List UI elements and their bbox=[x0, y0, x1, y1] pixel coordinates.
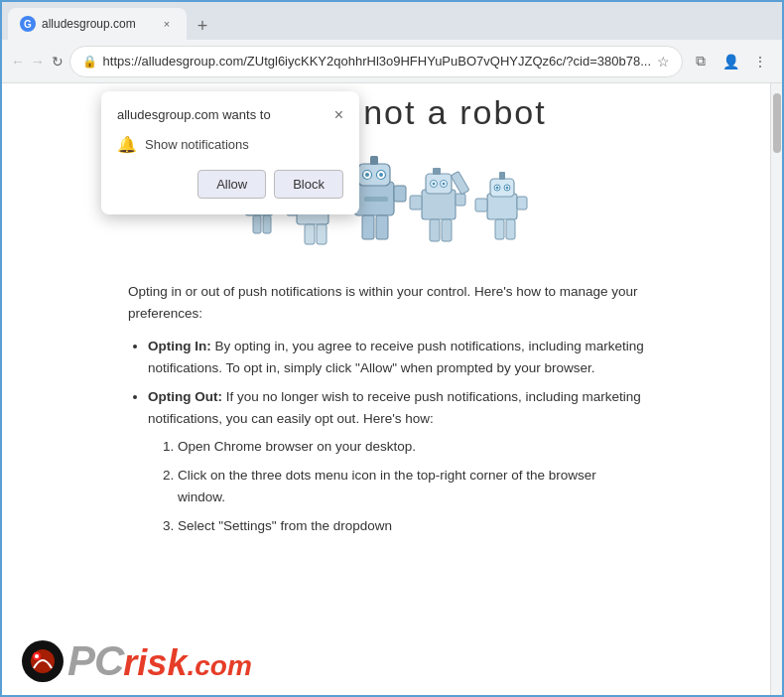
svg-rect-54 bbox=[517, 197, 527, 209]
svg-rect-28 bbox=[376, 215, 388, 239]
text-section: Opting in or out of push notifications i… bbox=[128, 281, 644, 537]
pcrisk-risk-text: risk bbox=[123, 642, 187, 684]
new-tab-button[interactable]: + bbox=[189, 12, 216, 40]
pcrisk-icon-svg bbox=[24, 642, 62, 680]
toolbar: ← → ↻ 🔒 https://alludesgroup.com/ZUtgl6i… bbox=[2, 40, 782, 83]
bullet-item-2: Opting Out: If you no longer wish to rec… bbox=[148, 386, 644, 537]
notification-popup: alludesgroup.com wants to × 🔔 Show notif… bbox=[101, 91, 359, 214]
svg-rect-4 bbox=[253, 215, 261, 233]
svg-point-37 bbox=[433, 183, 436, 186]
svg-rect-39 bbox=[430, 219, 440, 241]
tab-favicon: G bbox=[20, 16, 36, 32]
pcrisk-logo: PC risk .com bbox=[22, 637, 252, 685]
svg-point-38 bbox=[443, 183, 446, 186]
svg-rect-27 bbox=[362, 215, 374, 239]
svg-rect-42 bbox=[456, 194, 465, 206]
svg-rect-16 bbox=[317, 224, 327, 244]
lock-icon: 🔒 bbox=[82, 55, 97, 69]
back-button[interactable]: ← bbox=[10, 48, 26, 75]
step-2: Click on the three dots menu icon in the… bbox=[178, 465, 644, 507]
popup-title: alludesgroup.com wants to bbox=[117, 107, 271, 122]
svg-rect-55 bbox=[499, 172, 505, 180]
intro-paragraph: Opting in or out of push notifications i… bbox=[128, 281, 644, 324]
bullet2-text: If you no longer wish to receive push no… bbox=[148, 389, 641, 426]
step-3: Select "Settings" from the dropdown bbox=[178, 515, 644, 537]
svg-rect-45 bbox=[487, 194, 517, 219]
svg-rect-51 bbox=[495, 219, 504, 239]
reload-button[interactable]: ↻ bbox=[50, 48, 65, 75]
svg-rect-30 bbox=[394, 186, 406, 202]
pcrisk-icon bbox=[22, 640, 64, 682]
bullet1-text: By opting in, you agree to receive push … bbox=[148, 339, 644, 375]
browser-tab[interactable]: G alludesgroup.com × bbox=[8, 8, 187, 40]
toolbar-actions: ⧉ 👤 ⋮ bbox=[687, 48, 774, 75]
steps-list: Open Chrome browser on your desktop. Cli… bbox=[178, 436, 644, 537]
bell-icon: 🔔 bbox=[117, 135, 137, 154]
svg-point-26 bbox=[379, 173, 383, 177]
svg-rect-52 bbox=[506, 219, 515, 239]
page-area: alludesgroup.com wants to × 🔔 Show notif… bbox=[2, 83, 782, 695]
popup-header: alludesgroup.com wants to × bbox=[117, 107, 343, 123]
profile-button[interactable]: 👤 bbox=[717, 48, 744, 75]
popup-permission: 🔔 Show notifications bbox=[117, 135, 343, 154]
popup-buttons: Allow Block bbox=[117, 170, 343, 199]
bullet1-title: Opting In: bbox=[148, 339, 211, 353]
svg-rect-41 bbox=[410, 196, 422, 209]
svg-rect-40 bbox=[442, 219, 452, 241]
svg-point-50 bbox=[506, 187, 509, 190]
browser-window: G alludesgroup.com × + ← → ↻ 🔒 https://a… bbox=[0, 0, 784, 697]
svg-rect-44 bbox=[433, 168, 441, 175]
tab-title: alludesgroup.com bbox=[42, 17, 153, 31]
svg-point-25 bbox=[365, 173, 369, 177]
pcrisk-pc-text: PC bbox=[67, 637, 123, 685]
tab-close-button[interactable]: × bbox=[159, 16, 175, 32]
block-button[interactable]: Block bbox=[274, 170, 343, 199]
forward-button[interactable]: → bbox=[30, 48, 46, 75]
svg-point-59 bbox=[35, 654, 39, 658]
popup-permission-text: Show notifications bbox=[145, 137, 249, 152]
svg-rect-31 bbox=[370, 156, 378, 165]
bookmark-icon[interactable]: ☆ bbox=[657, 54, 670, 70]
pcrisk-wordmark: PC risk .com bbox=[67, 637, 252, 685]
bullet-item-1: Opting In: By opting in, you agree to re… bbox=[148, 336, 644, 378]
menu-button[interactable]: ⋮ bbox=[746, 48, 774, 75]
svg-rect-5 bbox=[263, 215, 271, 233]
url-text: https://alludesgroup.com/ZUtgl6iycKKY2qo… bbox=[103, 54, 651, 69]
svg-point-49 bbox=[496, 187, 499, 190]
allow-button[interactable]: Allow bbox=[197, 170, 266, 199]
pcrisk-com-text: .com bbox=[187, 650, 251, 682]
step-1: Open Chrome browser on your desktop. bbox=[178, 436, 644, 458]
svg-rect-34 bbox=[426, 174, 452, 194]
popup-close-button[interactable]: × bbox=[334, 107, 343, 123]
extensions-button[interactable]: ⧉ bbox=[687, 48, 715, 75]
tab-bar: G alludesgroup.com × + bbox=[2, 2, 782, 40]
svg-rect-32 bbox=[364, 197, 388, 202]
bullet2-title: Opting Out: bbox=[148, 389, 222, 404]
page-content: alludesgroup.com wants to × 🔔 Show notif… bbox=[2, 83, 770, 695]
bullet-list: Opting In: By opting in, you agree to re… bbox=[148, 336, 644, 537]
scrollbar[interactable] bbox=[770, 83, 782, 695]
svg-rect-53 bbox=[475, 199, 487, 211]
scrollbar-thumb[interactable] bbox=[773, 93, 781, 153]
address-bar[interactable]: 🔒 https://alludesgroup.com/ZUtgl6iycKKY2… bbox=[69, 46, 683, 77]
svg-rect-15 bbox=[305, 224, 315, 244]
